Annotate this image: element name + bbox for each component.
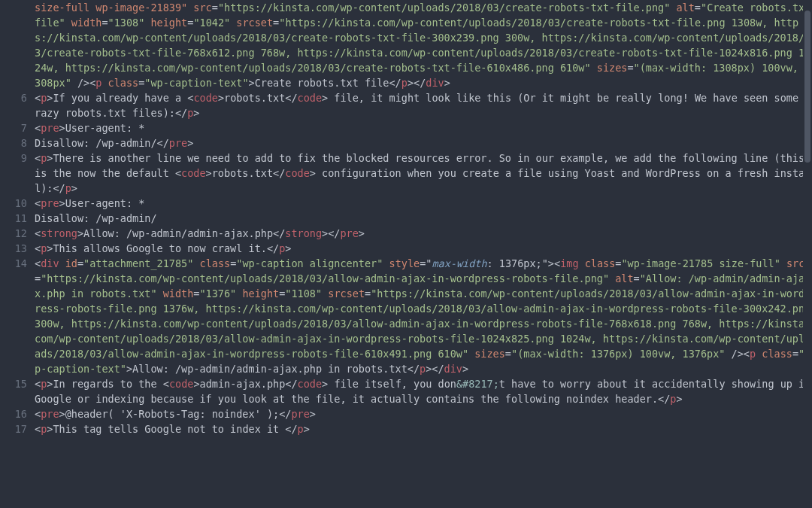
code-line[interactable]: 8Disallow: /wp-admin/</pre> <box>0 135 812 151</box>
syntax-token <box>591 62 597 74</box>
line-content[interactable]: <p>This allows Google to now crawl it.</… <box>35 241 812 256</box>
syntax-token: "https://kinsta.com/wp-content/uploads/2… <box>41 272 609 284</box>
syntax-token: code <box>298 378 323 390</box>
syntax-token: pre <box>41 122 59 134</box>
code-line[interactable]: size-full wp-image-21839" src="https://k… <box>0 0 812 90</box>
syntax-token: < <box>35 122 41 134</box>
code-line[interactable]: 14<div id="attachment_21785" class="wp-c… <box>0 256 812 376</box>
line-content[interactable]: <div id="attachment_21785" class="wp-cap… <box>35 256 812 376</box>
line-content[interactable]: <pre>User-agent: * <box>35 120 812 135</box>
syntax-token: > <box>59 122 65 134</box>
syntax-token: admin-ajax.php <box>200 378 286 390</box>
syntax-token: < <box>35 408 41 420</box>
line-content[interactable]: <p>If you already have a <code>robots.tx… <box>35 90 812 120</box>
syntax-token: file itself, you don <box>328 378 456 390</box>
syntax-token: </ <box>408 363 420 375</box>
syntax-token: Allow: /wp-admin/admin-ajax.php in robot… <box>132 363 408 375</box>
code-line[interactable]: 12<strong>Allow: /wp-admin/admin-ajax.ph… <box>0 226 812 241</box>
syntax-token: id <box>65 257 77 269</box>
syntax-token: > <box>187 137 193 149</box>
line-content[interactable]: <p>This tag tells Google not to index it… <box>35 421 812 437</box>
syntax-token <box>579 257 585 269</box>
syntax-token: div <box>41 257 59 269</box>
line-content[interactable]: <p>There is another line we need to add … <box>35 151 812 196</box>
line-content[interactable]: <pre>User-agent: * <box>35 196 812 211</box>
syntax-token: < <box>163 378 169 390</box>
syntax-token: > <box>126 363 132 375</box>
syntax-token: > <box>193 378 199 390</box>
syntax-token: pre <box>340 227 358 239</box>
syntax-token: p <box>298 423 304 435</box>
syntax-token: code <box>285 167 310 179</box>
code-line[interactable]: 9<p>There is another line we need to add… <box>0 151 812 196</box>
syntax-token: User-agent: * <box>65 122 145 134</box>
syntax-token <box>59 257 65 269</box>
code-lines[interactable]: size-full wp-image-21839" src="https://k… <box>0 0 812 508</box>
syntax-token: pre <box>169 137 187 149</box>
syntax-token <box>157 287 163 300</box>
syntax-token: < <box>35 242 41 254</box>
syntax-token: = <box>695 2 701 14</box>
syntax-token: > <box>193 107 199 119</box>
syntax-token: "1376" <box>199 287 236 300</box>
syntax-token: = <box>634 272 640 284</box>
syntax-token: </ <box>175 107 187 119</box>
line-content[interactable]: <strong>Allow: /wp-admin/admin-ajax.php<… <box>35 226 812 241</box>
syntax-token <box>468 348 474 360</box>
scroll-thumb[interactable] <box>804 11 810 163</box>
line-number: 15 <box>0 376 35 406</box>
line-content[interactable]: Disallow: /wp-admin/ <box>35 211 812 226</box>
syntax-token: width <box>71 17 102 29</box>
syntax-token: =" <box>420 257 432 269</box>
line-content[interactable]: <p>In regards to the <code>admin-ajax.ph… <box>35 376 812 406</box>
code-line[interactable]: 17<p>This tag tells Google not to index … <box>0 421 812 437</box>
syntax-token: > <box>322 92 328 104</box>
syntax-token: pre <box>41 408 59 420</box>
syntax-token: > <box>676 393 682 405</box>
syntax-token: </ <box>285 92 297 104</box>
syntax-token: < <box>175 167 181 179</box>
syntax-token: "attachment_21785" <box>83 257 193 269</box>
vertical-scrollbar[interactable] <box>803 0 812 508</box>
syntax-token <box>609 272 615 284</box>
code-line[interactable]: 11Disallow: /wp-admin/ <box>0 211 812 226</box>
syntax-token: robots.txt <box>212 167 273 179</box>
line-number <box>0 0 35 90</box>
syntax-token: p <box>420 363 426 375</box>
syntax-token: < <box>35 378 41 390</box>
syntax-token <box>780 257 786 269</box>
code-line[interactable]: 13<p>This allows Google to now crawl it.… <box>0 241 812 256</box>
syntax-token: < <box>35 423 41 435</box>
line-content[interactable]: size-full wp-image-21839" src="https://k… <box>35 0 812 90</box>
syntax-token: > <box>310 167 316 179</box>
syntax-token: strong <box>41 227 77 239</box>
code-editor[interactable]: size-full wp-image-21839" src="https://k… <box>0 0 812 508</box>
code-line[interactable]: 15<p>In regards to the <code>admin-ajax.… <box>0 376 812 406</box>
syntax-token: </ <box>53 182 65 194</box>
syntax-token: > <box>310 408 316 420</box>
syntax-token: = <box>505 348 511 360</box>
syntax-token: < <box>35 152 41 164</box>
syntax-token: class <box>585 257 616 269</box>
syntax-token: </ <box>658 393 670 405</box>
line-content[interactable]: Disallow: /wp-admin/</pre> <box>35 135 812 151</box>
syntax-token: < <box>35 197 41 209</box>
code-line[interactable]: 6<p>If you already have a <code>robots.t… <box>0 90 812 120</box>
line-content[interactable]: <pre>@header( 'X-Robots-Tag: noindex' );… <box>35 406 812 421</box>
syntax-token: src <box>193 2 211 14</box>
syntax-token: > <box>77 227 83 239</box>
syntax-token: height <box>242 287 279 300</box>
syntax-token: </ <box>285 378 297 390</box>
line-number: 16 <box>0 406 35 421</box>
line-number: 10 <box>0 196 35 211</box>
syntax-token: > <box>359 227 365 239</box>
syntax-token: < <box>35 92 41 104</box>
code-line[interactable]: 7<pre>User-agent: * <box>0 120 812 135</box>
syntax-token: class <box>108 77 139 89</box>
syntax-token: > <box>249 77 255 89</box>
code-line[interactable]: 16<pre>@header( 'X-Robots-Tag: noindex' … <box>0 406 812 421</box>
syntax-token: />< <box>725 348 750 360</box>
syntax-token: = <box>792 348 798 360</box>
line-number: 7 <box>0 120 35 135</box>
code-line[interactable]: 10<pre>User-agent: * <box>0 196 812 211</box>
